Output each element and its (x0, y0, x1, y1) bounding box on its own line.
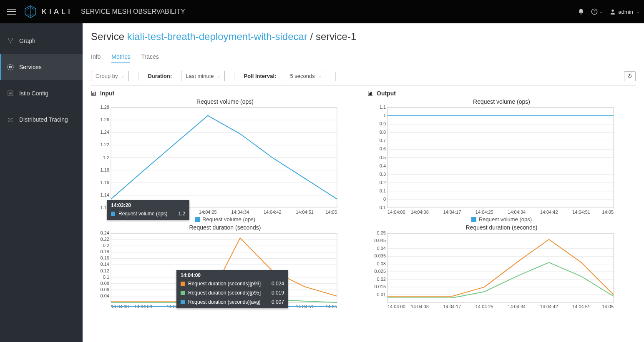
sidebar-item-services[interactable]: Services (0, 54, 83, 80)
svg-rect-19 (95, 92, 96, 95)
svg-text:0.2: 0.2 (380, 180, 386, 185)
chart-legend: Request volume (ops) (367, 216, 636, 222)
chevron-down-icon: ⌄ (599, 10, 603, 14)
sidebar-item-label: Services (19, 64, 42, 70)
poll-interval-dropdown[interactable]: 5 seconds⌄ (286, 71, 326, 81)
page-title: Service kiali-test-breath-deployment-wit… (91, 31, 636, 42)
svg-point-12 (8, 118, 10, 119)
chevron-down-icon: ⌄ (318, 74, 322, 78)
svg-text:-0.1: -0.1 (378, 205, 386, 210)
svg-text:1: 1 (383, 113, 386, 118)
tab-metrics[interactable]: Metrics (111, 51, 130, 63)
svg-text:0.5: 0.5 (380, 155, 386, 160)
svg-rect-142 (387, 233, 614, 302)
svg-rect-18 (93, 92, 94, 95)
refresh-button[interactable] (624, 71, 636, 81)
svg-text:14:04:17: 14:04:17 (443, 210, 461, 215)
sidebar-item-tracing[interactable]: Distributed Tracing (0, 106, 83, 132)
help-icon: ? (591, 8, 598, 15)
svg-text:0.18: 0.18 (101, 249, 109, 254)
svg-text:14:05: 14:05 (602, 304, 614, 309)
svg-text:1.2: 1.2 (103, 155, 109, 160)
svg-text:1.24: 1.24 (101, 130, 109, 135)
tracing-icon (7, 116, 14, 123)
svg-text:14:04:25: 14:04:25 (475, 304, 493, 309)
sidebar: Graph Services Istio Config Distributed … (0, 23, 83, 342)
svg-text:14:04:42: 14:04:42 (540, 210, 558, 215)
svg-text:0.05: 0.05 (377, 231, 386, 235)
svg-point-14 (8, 120, 10, 122)
svg-text:0.22: 0.22 (101, 237, 109, 242)
svg-text:0.025: 0.025 (374, 269, 386, 274)
chart-title: Request volume (ops) (91, 98, 359, 105)
graph-icon (7, 37, 14, 45)
svg-text:14:04:08: 14:04:08 (411, 304, 429, 309)
svg-text:14:04:51: 14:04:51 (572, 304, 590, 309)
svg-text:1.1: 1.1 (380, 105, 386, 110)
svg-text:0.01: 0.01 (377, 292, 386, 297)
menu-toggle-button[interactable] (4, 4, 19, 19)
svg-text:1.16: 1.16 (101, 180, 109, 185)
services-icon (7, 63, 14, 71)
group-by-dropdown[interactable]: Group by⌄ (91, 71, 129, 81)
svg-text:14:04:34: 14:04:34 (231, 210, 249, 215)
svg-text:0.015: 0.015 (374, 284, 386, 289)
tabs: Info Metrics Traces (91, 51, 636, 63)
duration-dropdown[interactable]: Last minute⌄ (181, 71, 225, 81)
tab-traces[interactable]: Traces (141, 51, 158, 63)
sidebar-item-label: Graph (19, 37, 35, 44)
chart-input-duration: 0.040.060.080.10.120.140.160.180.20.220.… (91, 231, 359, 310)
svg-text:1.22: 1.22 (101, 142, 109, 147)
svg-text:0.04: 0.04 (377, 246, 386, 251)
sidebar-item-label: Distributed Tracing (19, 116, 68, 123)
chevron-down-icon: ⌄ (121, 74, 124, 78)
user-menu[interactable]: admin ⌄ (609, 8, 640, 15)
svg-point-15 (11, 120, 13, 122)
svg-point-9 (10, 66, 12, 68)
chart-output-duration: 0.010.0150.020.0250.030.0350.040.0450.05… (367, 231, 636, 310)
svg-text:0.24: 0.24 (101, 231, 109, 235)
topbar: KIALI SERVICE MESH OBSERVABILITY ? ⌄ adm… (0, 0, 644, 23)
bell-icon[interactable] (578, 8, 584, 15)
legend-swatch (471, 217, 476, 222)
svg-point-10 (8, 64, 13, 70)
chart-title: Request volume (ops) (367, 98, 636, 105)
svg-text:1.26: 1.26 (101, 117, 109, 122)
namespace-link[interactable]: kiali-test-breath-deployment-with-sideca… (127, 31, 307, 42)
svg-point-13 (11, 118, 13, 119)
svg-text:0.3: 0.3 (380, 172, 386, 177)
svg-text:14:04:08: 14:04:08 (411, 210, 429, 215)
bar-chart-icon (91, 90, 97, 96)
chart-output-volume: -0.100.10.20.30.40.50.60.70.80.911.114:0… (367, 105, 636, 215)
tab-info[interactable]: Info (91, 51, 101, 63)
svg-text:0.04: 0.04 (101, 293, 109, 298)
svg-text:14:04:42: 14:04:42 (540, 304, 558, 309)
sidebar-item-istio-config[interactable]: Istio Config (0, 80, 83, 106)
help-menu[interactable]: ? ⌄ (591, 8, 603, 15)
svg-text:14:04:00: 14:04:00 (387, 304, 405, 309)
legend-swatch (195, 217, 200, 222)
main-content: Service kiali-test-breath-deployment-wit… (83, 23, 644, 342)
svg-text:14:04:34: 14:04:34 (508, 304, 526, 309)
chevron-down-icon: ⌄ (636, 10, 640, 14)
chevron-down-icon: ⌄ (217, 74, 220, 78)
metrics-toolbar: Group by⌄ Duration: Last minute⌄ Poll In… (91, 68, 636, 86)
input-column: Input Request volume (ops) 1.121.141.161… (91, 90, 359, 310)
svg-text:0.035: 0.035 (374, 253, 386, 258)
tooltip: 14:04:00 Request duration (seconds)[p99]… (176, 270, 288, 308)
kiali-logo-icon (23, 5, 38, 19)
svg-text:14:04:00: 14:04:00 (387, 210, 405, 215)
svg-text:0.7: 0.7 (380, 138, 386, 143)
sidebar-item-label: Istio Config (19, 90, 48, 97)
svg-text:0.2: 0.2 (103, 243, 109, 248)
brand-tagline: SERVICE MESH OBSERVABILITY (81, 8, 185, 15)
brand-logo: KIALI SERVICE MESH OBSERVABILITY (23, 5, 185, 19)
svg-rect-78 (369, 93, 370, 95)
user-label: admin (619, 9, 633, 15)
svg-rect-17 (93, 93, 93, 95)
sidebar-item-graph[interactable]: Graph (0, 27, 83, 54)
svg-text:14:04:25: 14:04:25 (199, 210, 217, 215)
svg-text:14:04:51: 14:04:51 (296, 210, 314, 215)
svg-text:14:04:51: 14:04:51 (572, 210, 590, 215)
svg-text:1.18: 1.18 (101, 167, 109, 172)
